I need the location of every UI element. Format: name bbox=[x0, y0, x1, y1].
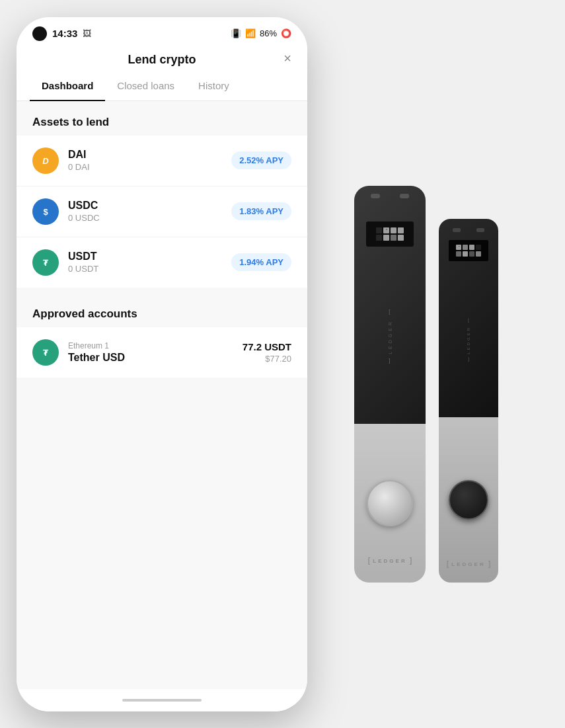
app-header: Lend crypto × bbox=[17, 46, 307, 71]
tether-account-info: Ethereum 1 Tether USD bbox=[68, 341, 243, 364]
ledger-bottom-label-1: [ LEDGER ] bbox=[367, 556, 414, 566]
signal-icon: 📶 bbox=[245, 28, 256, 38]
status-time: 14:33 bbox=[52, 28, 77, 39]
svg-text:D: D bbox=[42, 156, 49, 166]
usdc-balance: 0 USDC bbox=[68, 213, 231, 223]
svg-text:$: $ bbox=[43, 206, 48, 216]
ledger-circle-2 bbox=[449, 480, 488, 520]
tab-history[interactable]: History bbox=[186, 71, 241, 101]
usdc-name: USDC bbox=[68, 200, 231, 212]
ledger-top-1: ⌃ [ LEDGER ] bbox=[354, 186, 426, 424]
ledger-btn-right-1 bbox=[400, 194, 409, 198]
ledger-top-2: ⌃ [ LEDGER ] bbox=[439, 219, 498, 417]
app-title: Lend crypto bbox=[128, 53, 196, 67]
phone-shell: 14:33 🖼 📳 📶 86% ⭕ Lend crypto × Dashboar… bbox=[17, 17, 307, 711]
dai-icon: D bbox=[32, 147, 59, 174]
ledger-btn-right-2 bbox=[476, 228, 484, 232]
usdt-apy-badge[interactable]: 1.94% APY bbox=[231, 253, 291, 271]
ledger-circle-1 bbox=[367, 480, 413, 526]
ledger-buttons-2 bbox=[453, 228, 484, 232]
devices-container: ⌃ [ LEDGER ] [ L bbox=[287, 0, 565, 728]
usdt-balance: 0 USDT bbox=[68, 264, 231, 274]
camera-dot bbox=[32, 26, 47, 41]
account-amount: 77.2 USDT bbox=[243, 341, 291, 352]
tab-closed-loans[interactable]: Closed loans bbox=[105, 71, 186, 101]
tether-account-icon: ₮ bbox=[32, 339, 59, 366]
svg-text:₮: ₮ bbox=[43, 348, 49, 357]
ledger-device-2: ⌃ [ LEDGER ] bbox=[439, 219, 498, 583]
asset-list: D DAI 0 DAI 2.52% APY $ bbox=[17, 136, 307, 288]
account-balance: 77.2 USDT $77.20 bbox=[243, 341, 291, 364]
usdc-apy-badge[interactable]: 1.83% APY bbox=[231, 202, 291, 220]
ledger-screen-2: ⌃ bbox=[449, 240, 488, 261]
ledger-bottom-brand-2: LEDGER bbox=[451, 561, 485, 567]
ledger-device-1: ⌃ [ LEDGER ] [ L bbox=[354, 186, 426, 583]
ledger-btn-left-2 bbox=[453, 228, 461, 232]
account-name: Tether USD bbox=[68, 352, 243, 364]
usdt-icon: ₮ bbox=[32, 249, 59, 276]
approved-accounts-section: Approved accounts ₮ Ethereum 1 Tether US… bbox=[17, 293, 307, 378]
ledger-brand-2: LEDGER bbox=[467, 326, 471, 354]
tabs-container: Dashboard Closed loans History bbox=[17, 71, 307, 101]
ledger-bottom-2: [ LEDGER ] bbox=[439, 417, 498, 583]
usdt-info: USDT 0 USDT bbox=[68, 251, 231, 274]
vibrate-icon: 📳 bbox=[231, 28, 241, 38]
ledger-screen-1: ⌃ bbox=[366, 222, 414, 247]
status-left: 14:33 🖼 bbox=[32, 26, 91, 41]
svg-text:₮: ₮ bbox=[43, 258, 49, 267]
home-bar bbox=[122, 699, 202, 702]
ledger-brand-area-1: [ LEDGER ] bbox=[388, 247, 393, 417]
ledger-bottom-label-2: [ LEDGER ] bbox=[445, 559, 492, 569]
phone-container: 14:33 🖼 📳 📶 86% ⭕ Lend crypto × Dashboar… bbox=[0, 0, 324, 728]
account-item-tether[interactable]: ₮ Ethereum 1 Tether USD 77.2 USDT $77.20 bbox=[17, 327, 307, 378]
usdc-info: USDC 0 USDC bbox=[68, 200, 231, 223]
status-bar: 14:33 🖼 📳 📶 86% ⭕ bbox=[17, 17, 307, 46]
ledger-bottom-brand-1: LEDGER bbox=[373, 558, 406, 564]
asset-item-usdc[interactable]: $ USDC 0 USDC 1.83% APY bbox=[17, 186, 307, 237]
ledger-bottom-1: [ LEDGER ] bbox=[354, 424, 426, 583]
battery-level: 86% bbox=[260, 28, 277, 38]
content-area: Assets to lend D DAI 0 DAI 2.52% APY bbox=[17, 101, 307, 689]
dai-info: DAI 0 DAI bbox=[68, 149, 231, 172]
usdt-name: USDT bbox=[68, 251, 231, 263]
ledger-brand-1: LEDGER bbox=[388, 319, 393, 354]
tab-dashboard[interactable]: Dashboard bbox=[30, 71, 105, 101]
assets-section-header: Assets to lend bbox=[17, 101, 307, 136]
ledger-brand-area-2: [ LEDGER ] bbox=[467, 269, 471, 412]
account-network: Ethereum 1 bbox=[68, 341, 243, 350]
account-usd: $77.20 bbox=[243, 354, 291, 364]
dai-name: DAI bbox=[68, 149, 231, 161]
asset-item-dai[interactable]: D DAI 0 DAI 2.52% APY bbox=[17, 136, 307, 186]
dai-balance: 0 DAI bbox=[68, 162, 231, 172]
media-icon: 🖼 bbox=[83, 28, 91, 38]
asset-item-usdt[interactable]: ₮ USDT 0 USDT 1.94% APY bbox=[17, 237, 307, 288]
dai-apy-badge[interactable]: 2.52% APY bbox=[231, 151, 291, 169]
approved-section-header: Approved accounts bbox=[17, 293, 307, 327]
ledger-buttons-1 bbox=[371, 194, 409, 198]
home-indicator bbox=[17, 689, 307, 711]
status-right: 📳 📶 86% ⭕ bbox=[231, 28, 291, 38]
usdc-icon: $ bbox=[32, 198, 59, 225]
ledger-btn-left-1 bbox=[371, 194, 380, 198]
